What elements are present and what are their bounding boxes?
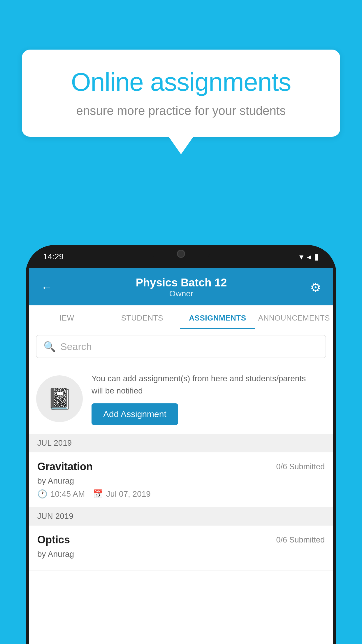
- promo-description: You can add assignment(s) from here and …: [92, 372, 317, 397]
- assignment-gravitation-submitted: 0/6 Submitted: [276, 462, 325, 471]
- clock-icon: 🕐: [37, 489, 48, 499]
- wifi-icon: ▾: [299, 252, 303, 262]
- tab-announcements[interactable]: ANNOUNCEMENTS: [255, 305, 333, 329]
- assignment-gravitation[interactable]: Gravitation 0/6 Submitted by Anurag 🕐 10…: [29, 452, 333, 507]
- settings-icon[interactable]: ⚙: [310, 280, 321, 295]
- assignment-gravitation-name: Gravitation: [37, 461, 93, 473]
- section-jun-2019: JUN 2019: [29, 507, 333, 526]
- battery-icon: ▮: [314, 252, 319, 262]
- assignment-optics-by: by Anurag: [37, 550, 325, 559]
- tab-assignments[interactable]: ASSIGNMENTS: [180, 305, 255, 329]
- phone-frame: 14:29 ▾ ◂ ▮ ← Physics Batch 12 Owner ⚙ I…: [26, 245, 336, 644]
- status-time: 14:29: [43, 252, 64, 261]
- bubble-title: Online assignments: [42, 67, 320, 97]
- bubble-arrow: [169, 137, 193, 154]
- assignment-gravitation-meta: 🕐 10:45 AM 📅 Jul 07, 2019: [37, 489, 325, 499]
- speech-bubble: Online assignments ensure more practice …: [22, 50, 340, 137]
- assignment-gravitation-date: 📅 Jul 07, 2019: [93, 489, 151, 499]
- search-icon: 🔍: [43, 341, 56, 352]
- assignment-optics-top: Optics 0/6 Submitted: [37, 534, 325, 546]
- calendar-icon: 📅: [93, 489, 103, 499]
- assignment-optics[interactable]: Optics 0/6 Submitted by Anurag: [29, 526, 333, 571]
- assignment-gravitation-top: Gravitation 0/6 Submitted: [37, 461, 325, 473]
- bubble-subtitle: ensure more practice for your students: [42, 104, 320, 118]
- assignment-gravitation-date-text: Jul 07, 2019: [106, 489, 151, 499]
- speech-bubble-wrapper: Online assignments ensure more practice …: [22, 50, 340, 154]
- header-subtitle: Owner: [136, 289, 227, 298]
- search-placeholder: Search: [60, 341, 92, 352]
- tabs-container: IEW STUDENTS ASSIGNMENTS ANNOUNCEMENTS: [29, 305, 333, 329]
- add-assignment-promo: 📓 You can add assignment(s) from here an…: [36, 364, 326, 434]
- tab-students[interactable]: STUDENTS: [105, 305, 180, 329]
- signal-icon: ◂: [307, 252, 311, 262]
- promo-text-area: You can add assignment(s) from here and …: [92, 372, 317, 425]
- header-title-area: Physics Batch 12 Owner: [136, 276, 227, 298]
- header-title: Physics Batch 12: [136, 276, 227, 289]
- back-button[interactable]: ←: [41, 281, 52, 294]
- assignment-gravitation-by: by Anurag: [37, 476, 325, 486]
- assignment-gravitation-time-text: 10:45 AM: [50, 489, 85, 499]
- camera-lens: [177, 250, 185, 258]
- notebook-icon: 📓: [47, 387, 72, 411]
- phone-screen: ← Physics Batch 12 Owner ⚙ IEW STUDENTS …: [29, 268, 333, 644]
- status-icons: ▾ ◂ ▮: [299, 252, 319, 262]
- assignment-gravitation-time: 🕐 10:45 AM: [37, 489, 85, 499]
- assignment-optics-submitted: 0/6 Submitted: [276, 536, 325, 545]
- search-box[interactable]: 🔍 Search: [36, 335, 326, 358]
- assignment-icon-circle: 📓: [36, 375, 83, 422]
- search-container: 🔍 Search: [29, 329, 333, 364]
- tab-iew[interactable]: IEW: [29, 305, 105, 329]
- assignment-optics-name: Optics: [37, 534, 70, 546]
- phone-notch: [152, 245, 210, 262]
- app-header: ← Physics Batch 12 Owner ⚙: [29, 268, 333, 305]
- status-bar: 14:29 ▾ ◂ ▮: [26, 245, 336, 268]
- section-jul-2019: JUL 2019: [29, 434, 333, 452]
- add-assignment-button[interactable]: Add Assignment: [92, 403, 178, 425]
